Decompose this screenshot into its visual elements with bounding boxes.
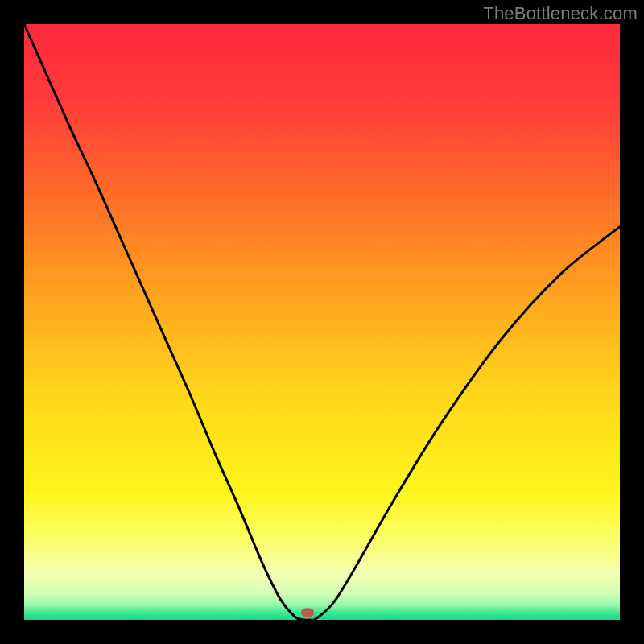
bottleneck-curve — [24, 24, 620, 620]
plot-area — [24, 24, 620, 620]
watermark-text: TheBottleneck.com — [483, 3, 638, 24]
minimum-marker — [301, 609, 314, 617]
chart-frame: TheBottleneck.com — [0, 0, 644, 644]
curve-layer — [24, 24, 620, 620]
